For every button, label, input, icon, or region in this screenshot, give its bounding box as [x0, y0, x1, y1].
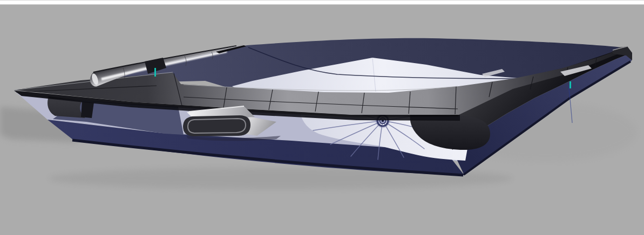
support-strut-left[interactable] [81, 101, 94, 118]
toolbar-strip-border [0, 4, 644, 5]
selection-tick-right[interactable] [570, 81, 571, 88]
toolbar-strip-highlight [0, 1, 644, 4]
application-window [0, 0, 644, 235]
toolbar-strip-inner-line [0, 0, 644, 1]
toolbar-edge-strip [0, 0, 644, 5]
viewport-canvas[interactable] [0, 0, 644, 235]
selection-tick-left[interactable] [154, 68, 156, 77]
